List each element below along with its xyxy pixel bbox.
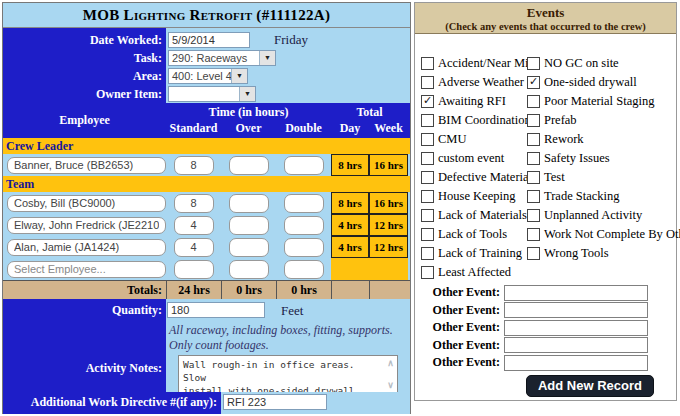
- day-total-cell: 8 hrs: [331, 192, 369, 214]
- week-total-cell: [369, 258, 408, 280]
- employee-name-input[interactable]: [7, 239, 166, 256]
- activity-notes-textarea[interactable]: Wall rough-in in office areas. Slow inst…: [178, 355, 398, 393]
- other-event-row: Other Event:: [415, 354, 676, 372]
- event-checkbox-wrong-tools[interactable]: Wrong Tools: [527, 244, 675, 263]
- event-checkbox-lack-of-training[interactable]: Lack of Training: [421, 244, 527, 263]
- week-total-cell: 12 hrs: [369, 236, 408, 258]
- scroll-down-icon[interactable]: ∨: [387, 380, 394, 390]
- checkbox-icon[interactable]: [527, 171, 540, 184]
- week-total-cell: 16 hrs: [369, 154, 408, 176]
- checkbox-checked-icon[interactable]: ✓: [421, 95, 434, 108]
- scroll-up-icon[interactable]: ∧: [387, 358, 394, 368]
- standard-column-header: Standard: [166, 120, 221, 138]
- standard-hours-input[interactable]: [174, 216, 214, 235]
- other-event-input[interactable]: [504, 285, 648, 301]
- employee-name-input[interactable]: [7, 195, 166, 212]
- event-checkbox-custom-event[interactable]: custom event: [421, 149, 527, 168]
- event-checkbox-test[interactable]: Test: [527, 168, 675, 187]
- quantity-input[interactable]: [167, 302, 265, 318]
- other-event-input[interactable]: [504, 337, 648, 353]
- over-hours-input[interactable]: [229, 260, 269, 279]
- area-select[interactable]: 400: Level 4 ▼: [168, 68, 248, 84]
- checkbox-icon[interactable]: [421, 228, 434, 241]
- other-event-input[interactable]: [504, 355, 648, 371]
- over-hours-input[interactable]: [229, 194, 269, 213]
- event-checkbox-lack-of-tools[interactable]: Lack of Tools: [421, 225, 527, 244]
- checkbox-icon[interactable]: [421, 247, 434, 260]
- checkbox-icon[interactable]: [527, 95, 540, 108]
- event-checkbox-least-affected[interactable]: Least Affected: [421, 263, 527, 282]
- activity-notes-text[interactable]: Wall rough-in in office areas. Slow inst…: [179, 356, 384, 392]
- checkbox-icon[interactable]: [421, 76, 434, 89]
- double-hours-input[interactable]: [284, 216, 324, 235]
- checkbox-icon[interactable]: [527, 114, 540, 127]
- textarea-scrollbar[interactable]: ∧ ∨: [384, 356, 397, 392]
- event-checkbox-cmu[interactable]: CMU: [421, 130, 527, 149]
- double-hours-input[interactable]: [284, 238, 324, 257]
- event-checkbox-bim-coordination[interactable]: BIM Coordination: [421, 111, 527, 130]
- checkbox-checked-icon[interactable]: ✓: [527, 76, 540, 89]
- date-worked-input[interactable]: [168, 32, 250, 48]
- standard-hours-input[interactable]: [174, 238, 214, 257]
- other-event-input[interactable]: [504, 320, 648, 336]
- event-checkbox-work-not-complete-by-others[interactable]: Work Not Complete By Others: [527, 225, 675, 244]
- owner-item-select[interactable]: ▼: [168, 86, 256, 102]
- chevron-down-icon[interactable]: ▼: [239, 87, 255, 101]
- event-checkbox-house-keeping[interactable]: House Keeping: [421, 187, 527, 206]
- week-grand-total: [369, 281, 408, 299]
- event-checkbox-rework[interactable]: Rework: [527, 130, 675, 149]
- day-total-cell: 4 hrs: [331, 236, 369, 258]
- checkbox-icon[interactable]: [421, 171, 434, 184]
- select-employee-input[interactable]: [7, 261, 166, 278]
- checkbox-icon[interactable]: [421, 190, 434, 203]
- employee-name-input[interactable]: [7, 157, 166, 174]
- events-header: Events (Check any events that occurred t…: [415, 3, 676, 34]
- event-checkbox-awaiting-rfi[interactable]: ✓Awaiting RFI: [421, 92, 527, 111]
- task-select[interactable]: 290: Raceways ▼: [168, 50, 276, 66]
- over-total: 0 hrs: [221, 281, 276, 299]
- checkbox-icon[interactable]: [527, 228, 540, 241]
- totals-row: Totals: 24 hrs 0 hrs 0 hrs: [3, 280, 410, 299]
- event-checkbox-prefab[interactable]: Prefab: [527, 111, 675, 130]
- standard-hours-input[interactable]: [174, 260, 214, 279]
- event-checkbox-lack-of-materials[interactable]: Lack of Materials: [421, 206, 527, 225]
- other-event-label: Other Event:: [415, 285, 500, 300]
- checkbox-icon[interactable]: [421, 266, 434, 279]
- standard-hours-input[interactable]: [174, 194, 214, 213]
- add-new-record-button[interactable]: Add New Record: [526, 375, 654, 397]
- event-checkbox-safety-issues[interactable]: Safety Issues: [527, 149, 675, 168]
- over-hours-input[interactable]: [229, 216, 269, 235]
- event-checkbox-trade-stacking[interactable]: Trade Stacking: [527, 187, 675, 206]
- chevron-down-icon[interactable]: ▼: [231, 69, 247, 83]
- event-checkbox-adverse-weather[interactable]: Adverse Weather: [421, 73, 527, 92]
- checkbox-icon[interactable]: [527, 152, 540, 165]
- other-event-input[interactable]: [504, 302, 648, 318]
- event-checkbox-unplanned-activity[interactable]: Unplanned Activity: [527, 206, 675, 225]
- double-hours-input[interactable]: [284, 156, 324, 175]
- event-checkbox-defective-materials[interactable]: Defective Materials: [421, 168, 527, 187]
- double-hours-input[interactable]: [284, 194, 324, 213]
- checkbox-icon[interactable]: [527, 247, 540, 260]
- checkbox-icon[interactable]: [527, 133, 540, 146]
- over-hours-input[interactable]: [229, 156, 269, 175]
- work-directive-input[interactable]: [223, 394, 327, 410]
- standard-hours-input[interactable]: [174, 156, 214, 175]
- checkbox-icon[interactable]: [421, 152, 434, 165]
- checkbox-icon[interactable]: [527, 209, 540, 222]
- event-checkbox-no-gc-on-site[interactable]: NO GC on site: [527, 54, 675, 73]
- employee-name-input[interactable]: [7, 217, 166, 234]
- over-hours-input[interactable]: [229, 238, 269, 257]
- checkbox-icon[interactable]: [421, 133, 434, 146]
- checkbox-icon[interactable]: [421, 57, 434, 70]
- checkbox-icon[interactable]: [421, 114, 434, 127]
- day-of-week-text: Friday: [274, 32, 308, 48]
- empty-grid-cell: [527, 263, 675, 282]
- checkbox-icon[interactable]: [527, 57, 540, 70]
- event-checkbox-accident-near-miss[interactable]: Accident/Near Miss: [421, 54, 527, 73]
- event-checkbox-one-sided-drywall[interactable]: ✓One-sided drywall: [527, 73, 675, 92]
- checkbox-icon[interactable]: [421, 209, 434, 222]
- chevron-down-icon[interactable]: ▼: [259, 51, 275, 65]
- event-checkbox-poor-material-staging[interactable]: Poor Material Staging: [527, 92, 675, 111]
- double-hours-input[interactable]: [284, 260, 324, 279]
- checkbox-icon[interactable]: [527, 190, 540, 203]
